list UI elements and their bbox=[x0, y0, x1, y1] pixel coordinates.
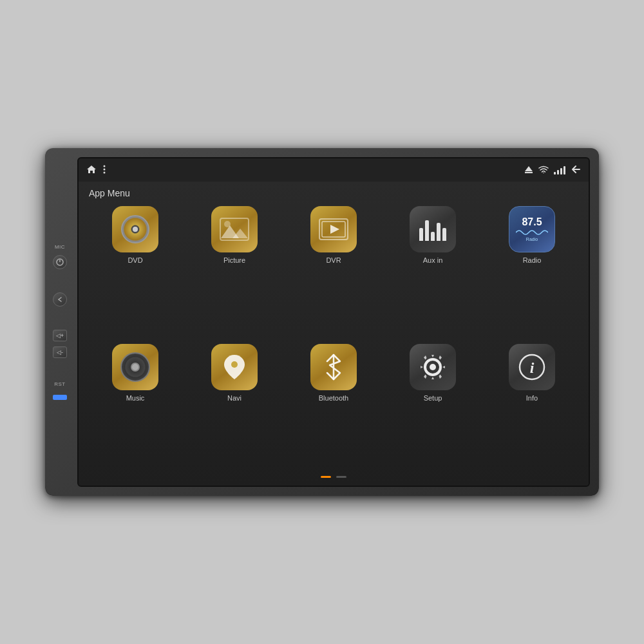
status-bar bbox=[79, 158, 589, 182]
svg-point-2 bbox=[104, 165, 106, 167]
volume-down-button[interactable]: ◁- bbox=[53, 346, 67, 358]
bluetooth-label: Bluetooth bbox=[319, 394, 348, 402]
home-icon[interactable] bbox=[86, 165, 97, 176]
status-left-icons bbox=[86, 165, 106, 176]
app-grid: DVD bbox=[89, 206, 578, 472]
svg-point-4 bbox=[104, 171, 106, 173]
app-item-music[interactable]: Music bbox=[89, 344, 182, 473]
svg-rect-6 bbox=[525, 172, 533, 173]
side-controls: MIC ◁+ ◁- RST bbox=[53, 244, 67, 400]
app-item-info[interactable]: i Info bbox=[486, 344, 578, 473]
rst-button[interactable] bbox=[53, 395, 67, 400]
aux-label: Aux in bbox=[423, 256, 443, 264]
navi-label: Navi bbox=[227, 394, 242, 402]
app-content: App Menu DVD bbox=[79, 182, 589, 486]
radio-label: Radio bbox=[526, 237, 538, 242]
volume-up-button[interactable]: ◁+ bbox=[53, 330, 67, 341]
navi-icon bbox=[211, 344, 258, 390]
app-item-setup[interactable]: Setup bbox=[386, 344, 479, 473]
signal-icon bbox=[554, 166, 565, 175]
back-nav-icon[interactable] bbox=[571, 165, 581, 176]
app-item-picture[interactable]: Picture bbox=[188, 206, 281, 335]
app-item-radio[interactable]: 87.5 Radio Radio bbox=[486, 206, 578, 335]
svg-point-3 bbox=[104, 168, 106, 170]
dvr-label: DVR bbox=[326, 256, 341, 264]
app-item-dvd[interactable]: DVD bbox=[89, 206, 182, 335]
radio-freq: 87.5 bbox=[522, 217, 542, 227]
app-menu-title: App Menu bbox=[89, 188, 578, 198]
picture-icon bbox=[211, 206, 258, 252]
more-icon[interactable] bbox=[103, 165, 106, 176]
status-right-icons bbox=[524, 165, 581, 176]
music-icon bbox=[112, 344, 158, 390]
app-item-bluetooth[interactable]: Bluetooth bbox=[287, 344, 380, 473]
svg-point-7 bbox=[543, 173, 544, 173]
svg-point-16 bbox=[430, 364, 436, 370]
eject-icon bbox=[524, 165, 533, 176]
picture-label: Picture bbox=[223, 256, 245, 264]
app-item-dvr[interactable]: DVR bbox=[287, 206, 380, 335]
pagination-dot-1[interactable] bbox=[321, 476, 331, 478]
dvd-label: DVD bbox=[128, 256, 142, 264]
screen: App Menu DVD bbox=[77, 157, 590, 487]
pagination-dot-2[interactable] bbox=[336, 476, 346, 478]
aux-icon bbox=[410, 206, 456, 252]
mic-label: MIC bbox=[55, 244, 65, 250]
pagination bbox=[89, 472, 578, 479]
info-label: Info bbox=[526, 394, 538, 402]
rst-label: RST bbox=[54, 381, 66, 387]
svg-text:i: i bbox=[530, 359, 535, 376]
svg-marker-5 bbox=[525, 166, 533, 171]
setup-label: Setup bbox=[424, 394, 442, 402]
dvr-icon bbox=[310, 206, 357, 252]
radio-icon: 87.5 Radio bbox=[509, 206, 555, 252]
svg-marker-13 bbox=[330, 225, 339, 234]
bluetooth-icon bbox=[310, 344, 357, 390]
app-item-navi[interactable]: Navi bbox=[188, 344, 281, 473]
back-button[interactable] bbox=[53, 292, 67, 307]
svg-point-14 bbox=[231, 361, 238, 368]
app-item-aux[interactable]: Aux in bbox=[386, 206, 479, 335]
radio-app-label: Radio bbox=[523, 256, 542, 264]
setup-icon bbox=[410, 344, 456, 390]
music-label: Music bbox=[126, 394, 145, 402]
info-icon: i bbox=[509, 344, 555, 390]
power-button[interactable] bbox=[53, 255, 67, 269]
wifi-icon bbox=[538, 165, 549, 175]
dvd-icon bbox=[112, 206, 158, 252]
car-stereo-device: MIC ◁+ ◁- RST bbox=[45, 148, 599, 496]
